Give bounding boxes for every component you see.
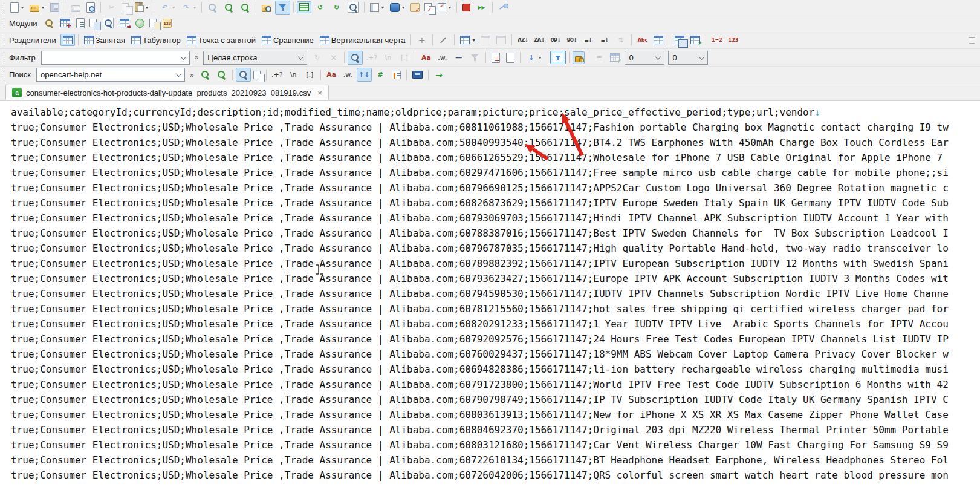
toolbar-grip[interactable] [2,17,5,29]
filter-lines-after-count[interactable]: 0 [668,51,708,65]
copy-matches-button[interactable] [252,69,263,81]
pin-button[interactable] [496,1,511,15]
separator-compare-button[interactable]: Сравнение [259,34,316,47]
macro-pages-button[interactable] [423,1,434,13]
find-next-button[interactable] [214,68,229,82]
paste-button[interactable]: ▾ [132,1,151,14]
open-file-button[interactable]: ▾ [27,1,47,14]
table-validate-button[interactable] [651,34,666,46]
tab-csv-file[interactable]: a consumer-electronics-hot-products-dail… [5,85,329,100]
separator-table-toggle-button[interactable] [60,34,75,46]
separator-pipe-button[interactable]: Вертикальная черта [317,34,408,47]
column-mode-button[interactable]: ▾ [458,34,477,46]
search-number-button[interactable]: # [373,68,388,82]
search-jump-button[interactable]: → [432,68,447,82]
module-copy-button[interactable] [88,17,99,29]
table-edit-alt-button[interactable] [494,34,508,46]
record-macro-button[interactable] [460,2,473,13]
chevron-down-icon[interactable] [176,71,182,77]
undo-button[interactable]: ↶▾ [157,1,177,15]
filter-lines-before-count[interactable]: 0 [625,51,664,65]
search-whole-word-button[interactable]: .w. [340,68,355,82]
table-zoom-button[interactable] [345,0,361,15]
sort-selection-button[interactable]: ⇅ [613,33,628,47]
dropdown-caret-icon[interactable]: ▾ [539,55,541,60]
editor-area[interactable]: available;categoryId;currencyId;descript… [0,100,980,490]
search-range-button[interactable]: [.] [302,68,317,82]
workspace-button[interactable]: ▾ [388,1,407,14]
dropdown-caret-icon[interactable]: ▾ [21,5,24,10]
filter-direction-button[interactable]: ↓▾ [524,51,544,65]
search-match-case-button[interactable]: Aa [324,68,339,82]
checkbox-list-button[interactable]: ▾ [435,1,453,13]
chevron-down-icon[interactable] [180,54,186,60]
module-send-button[interactable] [148,17,159,29]
toolbar-grip[interactable] [2,68,5,81]
search-overflow-chevron[interactable]: » [190,71,194,79]
filter-remove-button[interactable] [467,51,482,65]
new-file-button[interactable]: ▾ [8,1,26,15]
run-macro-button[interactable]: ▶▶ [474,1,489,15]
filter-highlight-button[interactable] [348,51,363,65]
save-button[interactable] [48,1,62,14]
toolbar-overflow-button[interactable] [966,35,978,45]
tab-close-icon[interactable]: × [317,88,322,97]
filter-toolbar-button[interactable] [275,1,290,15]
macro-check-button[interactable] [408,1,422,14]
sort-90-button[interactable]: 90↓ [564,33,579,47]
search-display-button[interactable] [410,69,425,80]
refresh-document-button[interactable]: ↻ [329,1,344,15]
separator-semicolon-button[interactable]: Точка с запятой [184,34,258,47]
dropdown-caret-icon[interactable]: ▾ [42,5,44,10]
filter-regex-button[interactable]: .+? [364,51,379,65]
separator-tab-button[interactable]: Табулятор [129,34,183,47]
compare-numbers-button[interactable]: 1=2 [709,33,724,47]
dropdown-caret-icon[interactable]: ▾ [146,5,148,10]
zoom-button[interactable] [205,1,220,15]
chevron-down-icon[interactable] [699,54,705,60]
filter-column-button[interactable] [550,51,566,64]
toolbar-grip[interactable] [2,2,5,13]
zoom-in-button[interactable] [221,1,236,15]
find-previous-button[interactable] [198,68,213,82]
dropdown-caret-icon[interactable]: ▾ [402,5,404,10]
filter-clear-button[interactable]: × [326,51,341,65]
module-web-button[interactable] [133,17,147,30]
table-edit-button[interactable] [478,34,493,46]
add-separator-button[interactable]: + [414,33,429,47]
print-preview-button[interactable] [84,1,97,15]
filter-mode-select[interactable]: Целая строка [203,51,307,65]
merge-tables-button[interactable] [672,34,687,46]
filter-refresh-button[interactable]: ↻ [310,51,325,65]
toolbar-grip[interactable] [2,51,5,64]
filter-matched-lines-button[interactable] [489,51,502,65]
module-numbers-button[interactable] [160,17,174,30]
dropdown-caret-icon[interactable]: ▾ [172,5,175,10]
zoom-out-button[interactable] [238,1,253,15]
cut-button[interactable]: ✂ [104,1,119,15]
convert-separator-button[interactable] [436,33,451,47]
statistics-button[interactable]: 123 [725,33,741,47]
filter-unmatched-lines-button[interactable] [504,51,517,65]
dropdown-caret-icon[interactable]: ▾ [381,5,384,10]
sort-az-button[interactable]: AZ↓ [515,33,530,47]
search-escape-button[interactable]: \n [286,68,301,82]
filter-wrap-button[interactable]: ≡ [591,51,606,65]
search-input[interactable]: opencart-help.net [36,68,185,82]
validate-abc-button[interactable]: Abc [635,33,650,47]
filter-escape-button[interactable]: \n [380,51,395,65]
table-export-button[interactable] [688,34,703,46]
highlight-all-button[interactable] [236,68,251,82]
filter-extract-button[interactable] [608,51,622,64]
dropdown-caret-icon[interactable]: ▾ [472,38,475,43]
sort-length-button[interactable]: ≡↓ [580,33,595,47]
print-button[interactable] [68,1,83,14]
module-capture-button[interactable] [42,16,57,30]
search-regex-button[interactable]: .+? [270,68,285,82]
toolbar-grip[interactable] [2,33,5,47]
sort-za-button[interactable]: ZA↓ [531,33,547,47]
filter-overflow-chevron[interactable]: » [195,53,199,62]
search-bookmark-button[interactable] [389,69,403,81]
filter-whole-word-button[interactable]: .w. [435,51,450,65]
separator-comma-button[interactable]: Запятая [82,34,128,47]
